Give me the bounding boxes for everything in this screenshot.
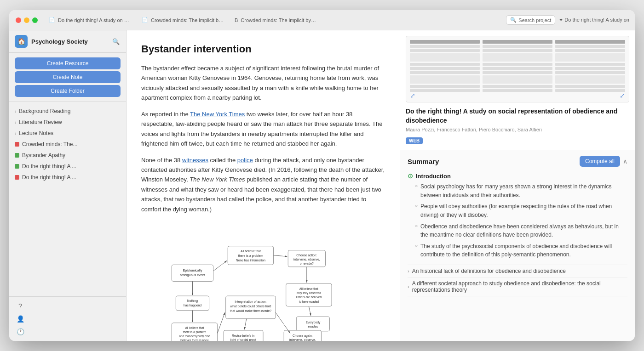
bullet-3: Obedience and disobedience have been con… [415, 222, 627, 239]
introduction-section: ⊙ Introduction Social psychology has for… [408, 172, 627, 259]
paper-authors: Maura Pozzi, Francesco Fattori, Piero Bo… [406, 127, 629, 132]
bullet-4: The study of the psychosocial components… [415, 242, 627, 259]
police-link[interactable]: police [237, 157, 253, 164]
paragraph-1: The bystander effect became a subject of… [141, 63, 385, 103]
user-icon[interactable]: 👤 [15, 313, 26, 324]
sidebar-header: 🏠 Psychology Society 🔍 [9, 30, 126, 53]
svg-text:what beliefs could others hold: what beliefs could others hold [230, 305, 271, 308]
sidebar-item-literature-review[interactable]: › Literature Review [9, 117, 126, 128]
title-bar: 📄 Do the right thing! A study on social … [9, 10, 635, 30]
help-icon[interactable]: ? [15, 300, 26, 311]
svg-line-38 [213, 260, 227, 271]
nav-label: Background Reading [19, 108, 70, 114]
svg-text:Everybody: Everybody [305, 321, 321, 324]
chevron-right-icon: › [408, 284, 409, 289]
svg-text:that would make them evade?: that would make them evade? [230, 309, 271, 312]
search-bar[interactable]: 🔍 Search project [506, 15, 555, 25]
svg-text:All believe that: All believe that [185, 326, 204, 329]
flow-diagram-svg: Epistemically ambiguous event All believ… [153, 223, 374, 341]
sidebar-item-background-reading[interactable]: › Background Reading [9, 106, 126, 117]
introduction-label[interactable]: ⊙ Introduction [408, 172, 627, 180]
file-dot-icon [15, 153, 19, 158]
sidebar-item-crowded-minds[interactable]: Crowded minds: The... [9, 139, 126, 150]
right-panel: ⤢ ⤢ Do the right thing! A study on socia… [400, 30, 635, 341]
summary-section: Summary Compute all ∧ ⊙ Introduction [400, 150, 635, 341]
check-icon: ⊙ [408, 172, 413, 180]
svg-line-46 [276, 312, 290, 333]
svg-text:All believe that: All believe that [241, 249, 261, 253]
svg-text:Nothing: Nothing [187, 299, 198, 303]
chevron-right-icon: › [15, 120, 16, 125]
svg-text:Epistemically: Epistemically [183, 268, 202, 272]
tabs-bar: 📄 Do the right thing! A study on social … [44, 13, 500, 28]
compute-all-button[interactable]: Compute all [580, 156, 620, 167]
tab-3-icon: B [235, 17, 238, 23]
svg-text:there is a problem: there is a problem [183, 330, 207, 334]
sidebar-item-bystander-apathy[interactable]: Bystander Apathy [9, 150, 126, 161]
nyt-link[interactable]: The New York Times [190, 111, 245, 118]
svg-line-45 [244, 319, 247, 329]
svg-text:evades: evades [308, 325, 318, 328]
sidebar-item-do-right-thing-2[interactable]: Do the right thing! A ... [9, 172, 126, 183]
svg-text:Others are believed: Others are believed [296, 296, 322, 299]
maximize-button[interactable] [32, 17, 38, 23]
svg-text:None has information: None has information [236, 259, 266, 262]
sidebar-nav: › Background Reading › Literature Review… [9, 102, 126, 296]
svg-text:intervene, observe,: intervene, observe, [293, 258, 320, 261]
sidebar-logo: 🏠 [15, 35, 28, 48]
svg-line-40 [274, 255, 288, 257]
societal-approach-label: A different societal approach to study o… [412, 280, 627, 293]
svg-text:Interpretation of action:: Interpretation of action: [235, 300, 266, 304]
tab-2-icon: 📄 [142, 17, 148, 23]
collapse-icon[interactable]: ∧ [623, 158, 627, 165]
document-title: Bystander intervention [141, 43, 385, 55]
chevron-right-icon: › [408, 268, 409, 274]
svg-text:or evade?: or evade? [300, 262, 314, 265]
minimize-button[interactable] [24, 17, 29, 23]
thumbnail-content [406, 36, 629, 102]
sidebar-actions: Create Resource Create Note Create Folde… [9, 53, 126, 102]
historical-lack-section[interactable]: › An historical lack of definitions for … [408, 265, 627, 277]
nav-label: Do the right thing! A ... [22, 174, 76, 181]
sidebar-item-do-right-thing-1[interactable]: Do the right thing! A ... [9, 161, 126, 172]
web-badge: WEB [406, 137, 423, 144]
nav-label: Crowded minds: The... [22, 141, 78, 147]
tab-1[interactable]: 📄 Do the right thing! A study on social … [44, 13, 136, 28]
file-dot-icon [15, 164, 19, 169]
nav-label: Literature Review [19, 119, 62, 125]
expand-right-icon[interactable]: ⤢ [620, 92, 625, 99]
svg-text:Choose action:: Choose action: [296, 254, 317, 257]
introduction-bullets: Social psychology has for many years sho… [408, 182, 627, 259]
sidebar-item-lecture-notes[interactable]: › Lecture Notes [9, 128, 126, 139]
tab-2-label: Crowded minds: The implicit bystander e.… [151, 17, 224, 23]
tab-2[interactable]: 📄 Crowded minds: The implicit bystander … [137, 13, 229, 28]
svg-text:to have evaded: to have evaded [299, 300, 319, 303]
svg-text:has happend: has happend [184, 304, 201, 307]
expand-left-icon[interactable]: ⤢ [410, 92, 415, 99]
sidebar-search-button[interactable]: 🔍 [111, 37, 121, 46]
svg-text:Revise beliefs in: Revise beliefs in [232, 334, 254, 337]
history-icon[interactable]: 🕐 [15, 326, 26, 337]
create-resource-button[interactable]: Create Resource [15, 57, 121, 69]
main-layout: 🏠 Psychology Society 🔍 Create Resource C… [9, 30, 635, 341]
societal-approach-section[interactable]: › A different societal approach to study… [408, 277, 627, 296]
right-tab-label: ✦ Do the right thing! A study on [559, 17, 629, 23]
flow-diagram: Epistemically ambiguous event All believ… [141, 223, 385, 341]
create-folder-button[interactable]: Create Folder [15, 85, 121, 97]
svg-line-44 [218, 312, 225, 333]
content-area: Bystander intervention The bystander eff… [126, 30, 635, 341]
create-note-button[interactable]: Create Note [15, 71, 121, 83]
sidebar-bottom: ? 👤 🕐 [9, 296, 126, 341]
traffic-lights [9, 17, 44, 23]
historical-lack-label: An historical lack of definitions for ob… [412, 268, 566, 274]
svg-text:only they observed: only they observed [297, 292, 321, 295]
paper-title: Do the right thing! A study on social re… [406, 107, 629, 125]
search-label: Search project [518, 17, 551, 23]
toolbar-right: 🔍 Search project ✦ Do the right thing! A… [500, 15, 635, 25]
witnesses-link[interactable]: witnesses [182, 157, 208, 164]
tab-3[interactable]: B Crowded minds: The implicit bystander … [230, 13, 322, 28]
nav-label: Do the right thing! A ... [22, 163, 76, 170]
svg-text:All believe that: All believe that [299, 288, 318, 291]
close-button[interactable] [16, 17, 21, 23]
file-dot-icon [15, 175, 19, 180]
